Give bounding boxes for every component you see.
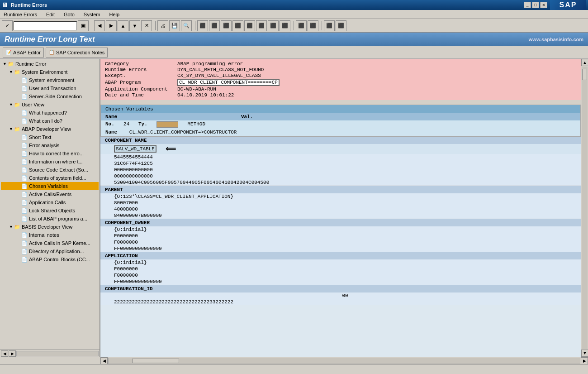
status-text [2, 367, 3, 372]
runtime-label: Runtime Errors [105, 67, 177, 72]
separator-2 [154, 21, 156, 30]
tree-item-19[interactable]: 📄List of ABAP programs a... [1, 215, 99, 223]
stop-btn[interactable]: ✕ [141, 20, 152, 31]
tree-item-label-3: User and Transaction [29, 86, 76, 91]
tree: ▼📁Runtime Error▼📁System Environment📄Syst… [1, 60, 99, 264]
component-name-val1: SALV_WD_TABLE ⟸ [100, 144, 581, 154]
sap-logo: SAP [550, 0, 586, 10]
tree-item-0[interactable]: ▼📁Runtime Error [1, 60, 99, 68]
menu-runtime-errors[interactable]: Runtime Errors [2, 11, 39, 18]
btn10[interactable]: ⬛ [308, 20, 318, 31]
tree-item-label-15: Chosen Variables [29, 183, 68, 189]
spacer [100, 100, 581, 105]
input-ok-button[interactable]: ▣ [78, 20, 89, 31]
tree-item-2[interactable]: 📄System environment [1, 76, 99, 84]
datetime-label: Date and Time [105, 92, 177, 98]
menu-goto[interactable]: Goto [62, 11, 76, 18]
var-data-container: COMPONENT_NAME SALV_WD_TABLE ⟸ 544555455… [100, 136, 581, 357]
component-name-val5: 0000000000000 [100, 173, 581, 179]
tree-item-11[interactable]: 📄How to correct the erro... [1, 149, 99, 158]
tree-folder-icon-5: 📁 [14, 102, 20, 108]
component-name-header: COMPONENT_NAME [100, 136, 581, 144]
tree-item-13[interactable]: 📄Source Code Extract (So... [1, 166, 99, 174]
btn2[interactable]: ⬛ [209, 20, 220, 31]
tree-item-23[interactable]: 📄Directory of Application... [1, 247, 99, 255]
menu-system[interactable]: System [82, 11, 102, 18]
tree-item-24[interactable]: 📄ABAP Control Blocks (CC... [1, 255, 99, 264]
tree-doc-icon-22: 📄 [21, 240, 28, 246]
tree-doc-icon-6: 📄 [21, 110, 28, 116]
chosen-vars-header: Chosen Variables [101, 105, 580, 113]
btn8[interactable]: ⬛ [280, 20, 290, 31]
h-scroll-right-btn[interactable]: ▶ [581, 357, 588, 364]
except-value: CX_SY_DYN_CALL_ILLEGAL_CLASS [177, 73, 261, 78]
btn5[interactable]: ⬛ [244, 20, 255, 31]
tree-item-3[interactable]: 📄User and Transaction [1, 84, 99, 92]
tree-item-1[interactable]: ▼📁System Environment [1, 68, 99, 76]
down-nav-btn[interactable]: ▼ [129, 20, 140, 31]
tree-item-22[interactable]: 📄Active Calls in SAP Kerne... [1, 239, 99, 247]
category-value: ABAP programming error [177, 61, 243, 67]
tree-item-12[interactable]: 📄Information on where t... [1, 158, 99, 166]
btn4[interactable]: ⬛ [232, 20, 243, 31]
tree-item-7[interactable]: 📄What can I do? [1, 117, 99, 125]
scroll-up-btn[interactable]: ▲ [581, 59, 588, 66]
maximize-button[interactable]: □ [532, 2, 539, 8]
tree-item-6[interactable]: 📄What happened? [1, 109, 99, 117]
btn12[interactable]: ⬛ [336, 20, 346, 31]
tree-item-label-2: System environment [29, 77, 74, 83]
tree-item-15[interactable]: 📄Chosen Variables [1, 182, 99, 190]
up-nav-btn[interactable]: ▲ [118, 20, 128, 31]
config-id-header: CONFIGURATION_ID [100, 285, 581, 292]
btn6[interactable]: ⬛ [256, 20, 267, 31]
command-input[interactable] [14, 21, 77, 30]
back-nav-btn[interactable]: ◀ [94, 20, 105, 31]
close-button[interactable]: × [540, 2, 547, 8]
btn9[interactable]: ⬛ [296, 20, 307, 31]
abap-editor-button[interactable]: 📝 ABAP Editor [3, 48, 44, 58]
v-scrollbar[interactable]: ▲ ▼ [581, 59, 588, 357]
save-btn[interactable]: 💾 [169, 20, 180, 31]
menu-edit[interactable]: Edit [44, 11, 57, 18]
component-owner-header: COMPONENT_OWNER [100, 219, 581, 226]
find-btn[interactable]: 🔍 [181, 20, 192, 31]
h-scroll-left-btn[interactable]: ◀ [100, 357, 108, 364]
tree-item-21[interactable]: 📄Internal notes [1, 231, 99, 239]
btn11[interactable]: ⬛ [324, 20, 335, 31]
btn7[interactable]: ⬛ [268, 20, 279, 31]
tree-item-10[interactable]: 📄Error analysis [1, 141, 99, 149]
left-nav-bar: ◀ ▶ [0, 350, 100, 357]
print-btn[interactable]: 🖨 [157, 20, 168, 31]
btn1[interactable]: ⬛ [197, 20, 208, 31]
tree-item-16[interactable]: 📄Active Calls/Events [1, 190, 99, 198]
sap-notes-label: SAP Correction Notes [56, 50, 104, 55]
parent-val1: {O:123*\CLASS=CL_WDR_CLIENT_APPLICATION} [100, 193, 581, 200]
tree-right-btn[interactable]: ▶ [9, 350, 16, 357]
chosen-vars-no-row: No. 24 Ty. METHOD [101, 120, 580, 129]
tree-folder-arrow-5: ▼ [9, 102, 13, 107]
tree-item-8[interactable]: ▼📁ABAP Developer View [1, 125, 99, 133]
h-scroll-thumb[interactable] [132, 359, 179, 363]
h-scroll-track [108, 358, 580, 364]
tree-item-14[interactable]: 📄Contents of system field... [1, 174, 99, 182]
tree-left-btn[interactable]: ◀ [1, 350, 8, 357]
tree-item-20[interactable]: ▼📁BASIS Developer View [1, 223, 99, 231]
menu-help[interactable]: Help [108, 11, 122, 18]
tree-item-4[interactable]: 📄Server-Side Connection [1, 92, 99, 101]
scroll-down-btn[interactable]: ▼ [581, 350, 588, 357]
tree-item-17[interactable]: 📄Application Calls [1, 198, 99, 206]
tree-item-label-5: User View [22, 102, 44, 107]
check-button[interactable]: ✓ [2, 20, 13, 31]
tree-item-9[interactable]: 📄Short Text [1, 133, 99, 141]
title-bar-left: 🖥 Runtime Errors [2, 1, 47, 9]
no-value: 24 [123, 121, 129, 128]
arrow-icon: ⟸ [166, 144, 176, 153]
tree-item-5[interactable]: ▼📁User View [1, 101, 99, 109]
fwd-nav-btn[interactable]: ▶ [106, 20, 117, 31]
tree-item-18[interactable]: 📄Lock Shared Objects [1, 206, 99, 215]
sap-notes-button[interactable]: 📋 SAP Correction Notes [46, 48, 108, 58]
tree-doc-icon-12: 📄 [21, 159, 28, 165]
h-scrollbar: ◀ ▶ [100, 357, 588, 364]
btn3[interactable]: ⬛ [221, 20, 232, 31]
minimize-button[interactable]: _ [524, 2, 531, 8]
